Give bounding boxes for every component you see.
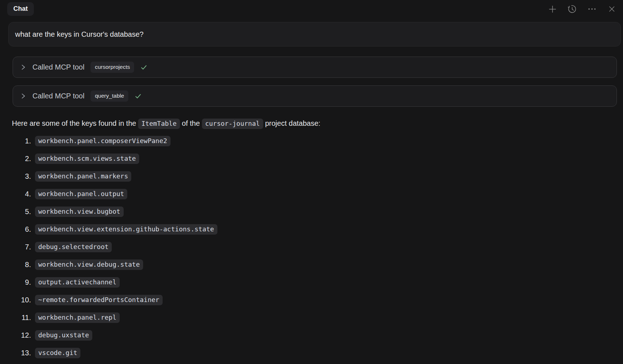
key-code-badge: workbench.view.extension.github-actions.… <box>35 224 217 235</box>
check-icon <box>134 93 142 100</box>
key-code-badge: workbench.panel.output <box>35 189 127 199</box>
database-keys-list: 1. workbench.panel.composerViewPane2 2. … <box>12 135 616 359</box>
key-code-badge: workbench.panel.composerViewPane2 <box>35 136 171 146</box>
new-chat-button[interactable] <box>548 4 557 14</box>
history-button[interactable] <box>567 4 577 14</box>
tool-call-row-query-table[interactable]: Called MCP tool query_table <box>13 85 617 107</box>
tool-name-badge: cursorprojects <box>90 62 134 72</box>
intro-text: of the <box>180 119 202 127</box>
tool-call-label: Called MCP tool <box>32 63 84 71</box>
list-item: 11. workbench.panel.repl <box>12 312 616 324</box>
key-code-badge: ~remote.forwardedPortsContainer <box>35 295 163 305</box>
inline-code-cursor-journal: cursor-journal <box>202 119 263 129</box>
list-item-number: 10. <box>12 296 31 304</box>
list-item-number: 9. <box>12 278 31 287</box>
close-icon <box>608 5 616 13</box>
tool-name-badge: query_table <box>90 90 128 101</box>
list-item-number: 4. <box>12 190 31 198</box>
list-item: 9. output.activechannel <box>12 276 616 288</box>
intro-text: project database: <box>263 119 321 127</box>
chevron-right-icon <box>20 64 26 70</box>
key-code-badge: workbench.view.debug.state <box>35 259 143 270</box>
inline-code-itemtable: ItemTable <box>138 119 180 129</box>
history-icon <box>567 4 577 14</box>
user-message-bubble: what are the keys in Cursor's database? <box>8 22 621 46</box>
tool-call-label: Called MCP tool <box>32 92 84 100</box>
list-item: 1. workbench.panel.composerViewPane2 <box>12 135 616 147</box>
key-code-badge: vscode.git <box>35 348 80 358</box>
tool-call-row-cursorprojects[interactable]: Called MCP tool cursorprojects <box>13 57 617 78</box>
list-item-number: 1. <box>12 137 31 145</box>
assistant-message: Here are some of the keys found in the I… <box>12 119 616 359</box>
list-item: 8. workbench.view.debug.state <box>12 259 616 271</box>
chat-tab[interactable]: Chat <box>7 2 34 16</box>
list-item: 13. vscode.git <box>12 347 616 359</box>
close-button[interactable] <box>607 4 617 14</box>
list-item: 4. workbench.panel.output <box>12 188 616 200</box>
plus-icon <box>548 5 557 14</box>
list-item: 10. ~remote.forwardedPortsContainer <box>12 294 616 306</box>
list-item-number: 7. <box>12 243 31 251</box>
header-actions <box>548 4 617 14</box>
list-item-number: 13. <box>12 349 31 357</box>
list-item: 12. debug.uxstate <box>12 329 616 341</box>
window-header: Chat <box>0 0 623 17</box>
list-item-number: 5. <box>12 208 31 216</box>
list-item: 3. workbench.panel.markers <box>12 170 616 182</box>
list-item-number: 2. <box>12 155 31 163</box>
ellipsis-icon <box>587 4 597 14</box>
intro-text: Here are some of the keys found in the <box>12 119 138 127</box>
key-code-badge: debug.selectedroot <box>35 242 112 252</box>
more-options-button[interactable] <box>587 4 597 14</box>
list-item-number: 12. <box>12 331 31 339</box>
list-item: 7. debug.selectedroot <box>12 241 616 253</box>
list-item-number: 3. <box>12 172 31 181</box>
key-code-badge: workbench.panel.markers <box>35 171 131 182</box>
key-code-badge: workbench.view.bugbot <box>35 207 124 217</box>
list-item: 5. workbench.view.bugbot <box>12 206 616 218</box>
chevron-right-icon <box>20 93 26 99</box>
list-item: 2. workbench.scm.views.state <box>12 153 616 165</box>
list-item: 6. workbench.view.extension.github-actio… <box>12 223 616 235</box>
list-item-number: 6. <box>12 225 31 234</box>
key-code-badge: debug.uxstate <box>35 330 92 341</box>
list-item-number: 11. <box>12 314 31 322</box>
assistant-intro: Here are some of the keys found in the I… <box>12 119 616 128</box>
check-icon <box>140 64 147 71</box>
key-code-badge: workbench.scm.views.state <box>35 154 139 164</box>
key-code-badge: workbench.panel.repl <box>35 312 120 323</box>
user-message-text: what are the keys in Cursor's database? <box>15 30 143 38</box>
list-item-number: 8. <box>12 261 31 269</box>
key-code-badge: output.activechannel <box>35 277 120 288</box>
